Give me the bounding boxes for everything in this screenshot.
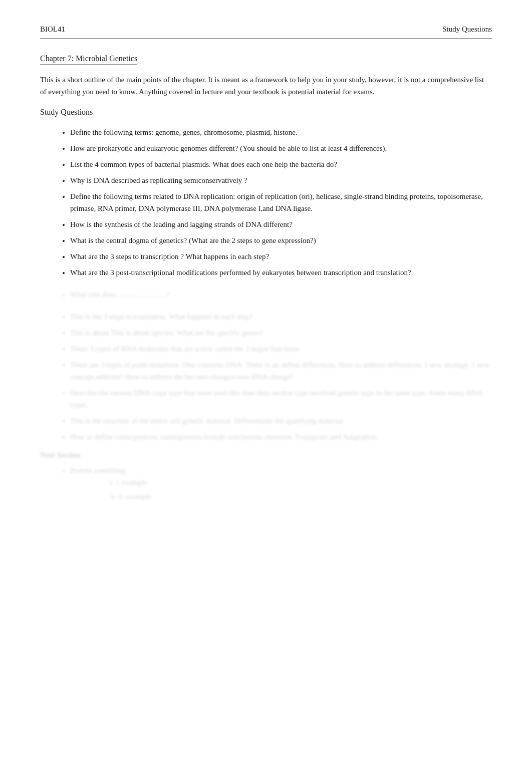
blurred-sub-sub-item: ii. example [110,490,492,502]
list-item-blurred: What role does ........... .... ... ....… [70,289,492,301]
list-item: List the 4 common types of bacterial pla… [70,158,492,170]
blurred-list: This is the 3 steps to translation. What… [40,311,492,443]
blurred-list-item: Describe the various DNA-copy type that … [70,387,492,411]
blurred-list-item: There 3 types of RNA molecules that are … [70,343,492,355]
intro-text: This is a short outline of the main poin… [40,74,492,98]
list-item: How is the synthesis of the leading and … [70,218,492,230]
header-course: BIOL41 [40,25,65,34]
blurred-sub-sub-item: i. example [110,476,492,488]
list-item: Define the following terms related to DN… [70,190,492,214]
study-questions-list: Define the following terms: genome, gene… [40,126,492,279]
blurred-subsection-list: Protein something: i. example ii. exampl… [40,464,492,502]
blurred-list-item: This is about This is about species. Wha… [70,327,492,339]
page-header: BIOL41 Study Questions [40,25,492,39]
blurred-sub-sub-list: i. example ii. example [70,476,492,502]
blurred-list-item: This is the 3 steps to translation. What… [70,311,492,323]
study-questions-title: Study Questions [40,108,93,118]
blurred-subsection-title: Next Section [40,451,492,459]
last-bullet-blurred: What role does ........... .... ... ....… [40,289,492,301]
blurred-list-item: How to define consequences, consequences… [70,431,492,443]
list-item: Why is DNA described as replicating semi… [70,174,492,186]
list-item: How are prokaryotic and eukaryotic genom… [70,142,492,154]
list-item: What are the 3 post-transcriptional modi… [70,267,492,279]
page: BIOL41 Study Questions Chapter 7: Microb… [0,0,532,782]
blurred-list-item: This is the structure of the entire cell… [70,415,492,427]
list-item: What is the central dogma of genetics? (… [70,234,492,246]
header-section: Study Questions [442,25,492,34]
list-item: Define the following terms: genome, gene… [70,126,492,138]
list-item: What are the 3 steps to transcription ? … [70,250,492,263]
blurred-sub-item: Protein something: i. example ii. exampl… [70,464,492,502]
blurred-list-item: There are 3 types of point mutations. On… [70,359,492,383]
chapter-title: Chapter 7: Microbial Genetics [40,54,137,65]
blurred-content: This is the 3 steps to translation. What… [40,311,492,502]
